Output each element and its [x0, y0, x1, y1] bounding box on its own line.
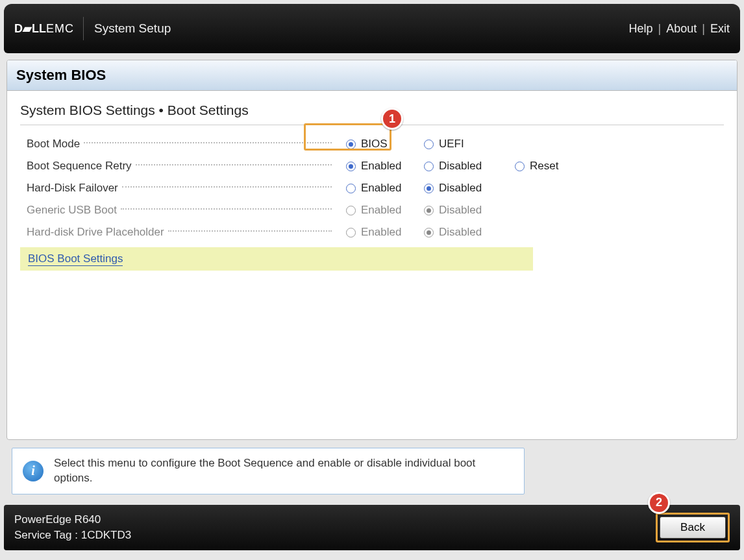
setting-row-boot_mode: Boot ModeBIOSUEFI [20, 133, 724, 155]
radio-label: Enabled [361, 204, 401, 217]
radio-icon [346, 140, 356, 149]
setting-label-text: Boot Sequence Retry [27, 160, 132, 173]
exit-link[interactable]: Exit [710, 22, 730, 36]
radio-icon [424, 162, 434, 171]
setting-label: Hard-Disk Failover [20, 182, 332, 195]
radio-icon [424, 184, 434, 193]
service-tag: Service Tag : 1CDKTD3 [14, 529, 730, 542]
setting-options: BIOSUEFI [332, 138, 724, 151]
radio-icon [346, 206, 356, 215]
radio-label: Disabled [439, 226, 482, 239]
top-bar: D▰LLEMC System Setup Help | About | Exit [4, 4, 740, 53]
setting-options: EnabledDisabled [332, 204, 724, 217]
breadcrumb: System BIOS Settings • Boot Settings [20, 103, 724, 118]
radio-option-boot_sequence_retry-disabled[interactable]: Disabled [424, 160, 515, 173]
radio-label: Disabled [439, 160, 482, 173]
radio-option-hard_disk_drive_placeholder-disabled: Disabled [424, 226, 515, 239]
info-icon: i [23, 461, 43, 481]
help-link[interactable]: Help [629, 22, 653, 36]
info-text: Select this menu to configure the Boot S… [54, 456, 514, 486]
about-link[interactable]: About [666, 22, 697, 36]
radio-option-boot_sequence_retry-enabled[interactable]: Enabled [346, 160, 424, 173]
dots-separator [122, 186, 332, 188]
dots-separator [168, 230, 332, 232]
setting-label-text: Hard-Disk Failover [27, 182, 118, 195]
radio-label: Enabled [361, 160, 401, 173]
footer-bar: PowerEdge R640 Service Tag : 1CDKTD3 Bac… [4, 505, 740, 550]
radio-option-hard_disk_failover-disabled[interactable]: Disabled [424, 182, 515, 195]
brand-logo: D▰LLEMC [14, 17, 84, 40]
setting-options: EnabledDisabledReset [332, 160, 724, 173]
brand-light: EMC [46, 22, 74, 35]
setting-label: Boot Sequence Retry [20, 160, 332, 173]
setting-row-boot_sequence_retry: Boot Sequence RetryEnabledDisabledReset [20, 155, 724, 177]
setting-options: EnabledDisabled [332, 226, 724, 239]
setting-label: Hard-disk Drive Placeholder [20, 226, 332, 239]
radio-label: BIOS [361, 138, 388, 151]
radio-icon [424, 140, 434, 149]
service-tag-value: 1CDKTD3 [81, 529, 131, 541]
radio-icon [424, 228, 434, 237]
back-button[interactable]: Back [660, 517, 726, 539]
radio-label: Enabled [361, 182, 401, 195]
setting-row-hard_disk_drive_placeholder: Hard-disk Drive PlaceholderEnabledDisabl… [20, 221, 724, 243]
setting-options: EnabledDisabled [332, 182, 724, 195]
service-tag-label: Service Tag : [14, 529, 78, 541]
radio-label: Disabled [439, 182, 482, 195]
radio-option-boot_mode-uefi[interactable]: UEFI [424, 138, 515, 151]
dots-separator [136, 164, 332, 165]
info-bar: i Select this menu to configure the Boot… [12, 448, 525, 494]
radio-option-hard_disk_drive_placeholder-enabled: Enabled [346, 226, 424, 239]
setting-label-text: Generic USB Boot [27, 204, 117, 217]
radio-option-hard_disk_failover-enabled[interactable]: Enabled [346, 182, 424, 195]
radio-option-boot_mode-bios[interactable]: BIOS [346, 138, 424, 151]
bios-boot-settings-link[interactable]: BIOS Boot Settings [28, 252, 123, 266]
radio-icon [346, 184, 356, 193]
radio-label: Disabled [439, 204, 482, 217]
setting-label: Boot Mode [20, 138, 332, 151]
radio-icon [346, 228, 356, 237]
bios-boot-settings-row[interactable]: BIOS Boot Settings [20, 247, 533, 271]
brand-bold: D▰LL [14, 22, 46, 35]
main-panel: System BIOS System BIOS Settings • Boot … [6, 60, 738, 440]
setting-label-text: Hard-disk Drive Placeholder [27, 226, 164, 239]
radio-option-generic_usb_boot-enabled: Enabled [346, 204, 424, 217]
radio-label: UEFI [439, 138, 464, 151]
setting-label: Generic USB Boot [20, 204, 332, 217]
topbar-separator: | [658, 22, 662, 36]
callout-badge-2: 2 [648, 492, 670, 514]
radio-icon [424, 206, 434, 215]
radio-option-generic_usb_boot-disabled: Disabled [424, 204, 515, 217]
radio-option-boot_sequence_retry-reset[interactable]: Reset [515, 160, 606, 173]
settings-table: Boot ModeBIOSUEFIBoot Sequence RetryEnab… [20, 125, 724, 243]
panel-title: System BIOS [16, 67, 728, 84]
dots-separator [84, 142, 332, 143]
setting-label-text: Boot Mode [27, 138, 80, 151]
app-title: System Setup [94, 21, 171, 36]
panel-body: System BIOS Settings • Boot Settings Boo… [7, 91, 737, 439]
panel-header: System BIOS [7, 60, 737, 91]
topbar-links: Help | About | Exit [629, 22, 730, 36]
radio-label: Reset [530, 160, 558, 173]
radio-icon [515, 162, 525, 171]
dots-separator [121, 208, 332, 210]
radio-label: Enabled [361, 226, 401, 239]
radio-icon [346, 162, 356, 171]
setting-row-generic_usb_boot: Generic USB BootEnabledDisabled [20, 199, 724, 221]
topbar-separator: | [702, 22, 705, 36]
model-label: PowerEdge R640 [14, 513, 730, 526]
setting-row-hard_disk_failover: Hard-Disk FailoverEnabledDisabled [20, 177, 724, 199]
